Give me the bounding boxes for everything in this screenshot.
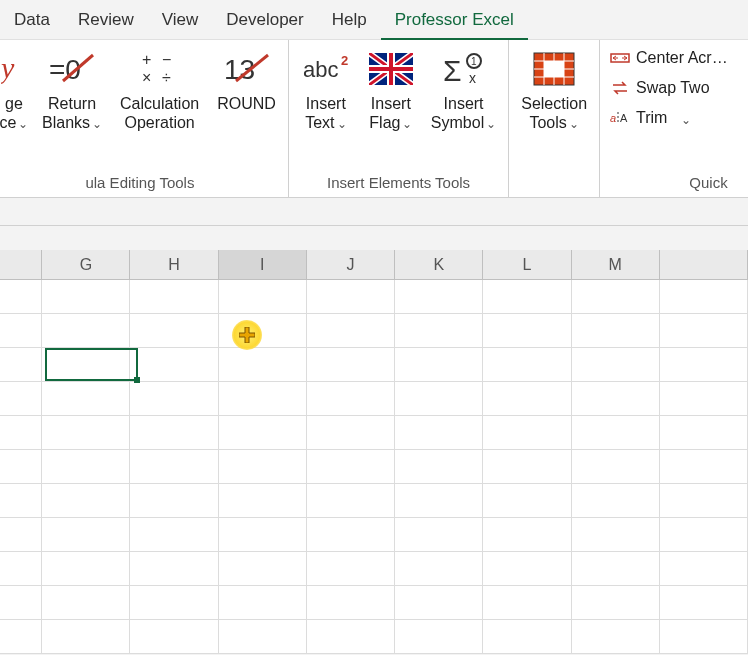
cell[interactable] [219,484,307,518]
cell[interactable] [660,484,748,518]
cell[interactable] [0,484,42,518]
cell[interactable] [572,620,660,654]
column-header[interactable]: L [483,250,571,279]
column-header[interactable]: J [307,250,395,279]
cell[interactable] [660,416,748,450]
cell[interactable] [395,586,483,620]
insert-flag-button[interactable]: Insert Flag⌄ [365,46,417,134]
column-header[interactable]: K [395,250,483,279]
cell[interactable] [42,382,130,416]
tab-review[interactable]: Review [64,6,148,38]
cell[interactable] [660,552,748,586]
cell[interactable] [0,552,42,586]
cell[interactable] [660,382,748,416]
cell[interactable] [219,620,307,654]
cell[interactable] [42,552,130,586]
cell[interactable] [660,518,748,552]
cell[interactable] [130,416,218,450]
tab-professor-excel[interactable]: Professor Excel [381,6,528,40]
calculation-operation-button[interactable]: + − × ÷ Calculation Operation [116,46,203,134]
cell[interactable] [483,348,571,382]
cell[interactable] [483,280,571,314]
cell[interactable] [42,518,130,552]
cell[interactable] [483,620,571,654]
cell[interactable] [42,620,130,654]
cell[interactable] [219,382,307,416]
cell[interactable] [395,416,483,450]
cell[interactable] [307,586,395,620]
cell[interactable] [130,382,218,416]
tab-help[interactable]: Help [318,6,381,38]
cell[interactable] [395,382,483,416]
cell[interactable] [42,450,130,484]
cell[interactable] [130,280,218,314]
cell[interactable] [219,552,307,586]
cell[interactable] [483,382,571,416]
cell[interactable] [307,518,395,552]
cell[interactable] [307,620,395,654]
cell[interactable] [483,552,571,586]
tab-developer[interactable]: Developer [212,6,318,38]
cell[interactable] [219,586,307,620]
cell[interactable] [572,518,660,552]
round-button[interactable]: 13 ROUND [213,46,280,134]
cell[interactable] [0,518,42,552]
cell[interactable] [0,450,42,484]
cell[interactable] [219,416,307,450]
cell[interactable] [395,484,483,518]
cell[interactable] [130,450,218,484]
cell[interactable] [42,348,130,382]
cell[interactable] [307,314,395,348]
insert-symbol-button[interactable]: Σ 1 x Insert Symbol⌄ [427,46,500,134]
cell[interactable] [42,586,130,620]
column-header[interactable]: I [219,250,307,279]
cell[interactable] [307,450,395,484]
cell[interactable] [219,348,307,382]
tab-view[interactable]: View [148,6,213,38]
column-header[interactable] [660,250,748,279]
cell[interactable] [130,314,218,348]
cell[interactable] [0,416,42,450]
cell[interactable] [483,450,571,484]
cell[interactable] [42,314,130,348]
cell[interactable] [42,416,130,450]
cell[interactable] [219,314,307,348]
cell[interactable] [572,348,660,382]
cell[interactable] [130,586,218,620]
cell[interactable] [483,484,571,518]
column-header[interactable]: H [130,250,218,279]
column-header[interactable]: G [42,250,130,279]
cell[interactable] [307,348,395,382]
trim-button[interactable]: aA Trim ⌄ [608,106,730,130]
cell[interactable] [395,314,483,348]
tab-data[interactable]: Data [0,6,64,38]
cell[interactable] [0,314,42,348]
cut-off-button[interactable]: y ge ce⌄ [0,46,28,134]
cell[interactable] [42,280,130,314]
cell[interactable] [660,620,748,654]
cell[interactable] [572,382,660,416]
column-header[interactable]: M [572,250,660,279]
cell[interactable] [572,484,660,518]
cell[interactable] [0,382,42,416]
cell[interactable] [483,314,571,348]
cell[interactable] [219,518,307,552]
cell[interactable] [572,450,660,484]
selection-tools-button[interactable]: Selection Tools⌄ [517,46,591,134]
return-blanks-button[interactable]: =0 Return Blanks⌄ [38,46,106,134]
cell[interactable] [395,348,483,382]
cell[interactable] [0,620,42,654]
cell[interactable] [0,280,42,314]
cell[interactable] [395,620,483,654]
cell[interactable] [660,348,748,382]
cell[interactable] [572,280,660,314]
cell[interactable] [307,280,395,314]
cell[interactable] [130,518,218,552]
cell[interactable] [395,552,483,586]
cell[interactable] [0,586,42,620]
cell[interactable] [660,450,748,484]
cell[interactable] [395,280,483,314]
cell[interactable] [130,552,218,586]
cell[interactable] [660,280,748,314]
cell[interactable] [130,484,218,518]
